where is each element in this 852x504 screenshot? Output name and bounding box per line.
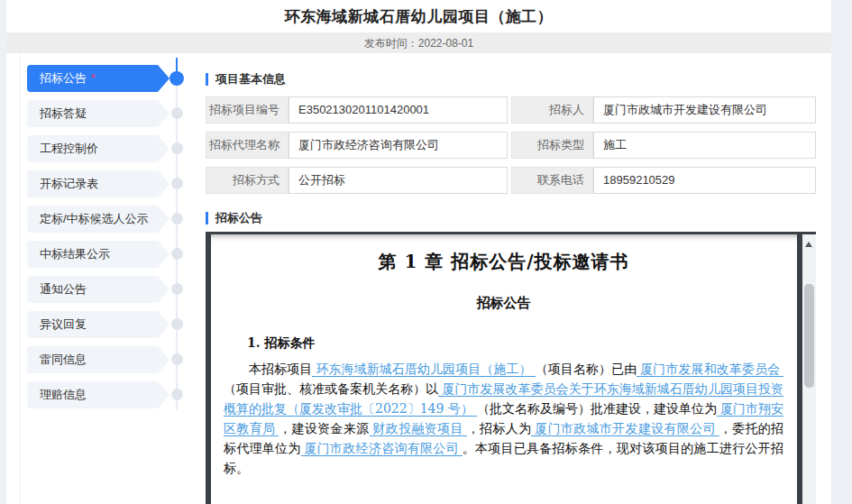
scrollbar-thumb[interactable] — [804, 284, 814, 388]
field-label: 招标类型 — [511, 132, 593, 159]
timeline-dot-icon — [171, 213, 183, 225]
doc-link[interactable]: 财政投融资项目 — [370, 421, 467, 436]
document-viewer: 第 1 章 招标公告/投标邀请书 招标公告 1. 招标条件 本招标项目环东海域新… — [206, 232, 816, 504]
section-title: 招标公告 — [215, 210, 262, 226]
table-row: 招标项目编号E3502130201101420001招标人厦门市政城市开发建设有… — [206, 96, 816, 124]
timeline-dot-icon — [171, 107, 183, 119]
document-page: 第 1 章 招标公告/投标邀请书 招标公告 1. 招标条件 本招标项目环东海域新… — [211, 234, 797, 504]
field-label: 招标人 — [511, 96, 593, 124]
scroll-up-icon[interactable] — [805, 242, 812, 247]
page-background: 环东海域新城石厝幼儿园项目（施工） 发布时间：2022-08-01 招标公告* … — [0, 0, 852, 504]
field-value: 公开招标 — [289, 167, 508, 194]
doc-text: （项目审批、核准或备案机关名称）以 — [224, 381, 438, 396]
basic-info-table: 招标项目编号E3502130201101420001招标人厦门市政城市开发建设有… — [206, 96, 816, 194]
doc-clause-heading: 1. 招标条件 — [247, 335, 783, 352]
sidebar-row: 异议回复 — [27, 311, 191, 338]
sidebar-item-label: 开标记录表 — [40, 177, 98, 190]
sidebar-row: 定标/中标候选人公示 — [27, 206, 191, 233]
sidebar-item[interactable]: 异议回复 — [27, 311, 169, 338]
document-scrollbar[interactable] — [802, 234, 816, 504]
sidebar-row: 通知公告 — [27, 276, 191, 303]
doc-chapter-title: 第 1 章 招标公告/投标邀请书 — [224, 250, 783, 274]
doc-link[interactable]: 厦门市政城市开发建设有限公司 — [531, 421, 719, 436]
timeline-dot-icon — [171, 142, 183, 154]
field-value: 施工 — [593, 132, 816, 159]
page-title: 环东海域新城石厝幼儿园项目（施工） — [285, 6, 554, 27]
timeline-dot-icon — [169, 71, 184, 86]
sidebar-item-label: 雷同信息 — [40, 353, 87, 366]
sidebar-row: 雷同信息 — [27, 346, 191, 373]
sidebar-item[interactable]: 定标/中标候选人公示 — [27, 206, 169, 233]
timeline-dot-icon — [171, 248, 183, 260]
sidebar-item-label: 招标公告 — [40, 71, 87, 85]
section-accent-bar — [206, 212, 208, 225]
sidebar-item[interactable]: 雷同信息 — [27, 346, 169, 373]
sidebar-row: 招标答疑 — [27, 100, 191, 127]
sidebar-item-label: 招标答疑 — [40, 106, 87, 120]
sidebar-item-label: 异议回复 — [40, 317, 87, 331]
announcement-paragraph: 本招标项目环东海域新城石厝幼儿园项目（施工）（项目名称）已由厦门市发展和改革委员… — [224, 359, 783, 478]
doc-link[interactable]: 环东海域新城石厝幼儿园项目（施工） — [312, 362, 535, 377]
sidebar-row: 中标结果公示 — [27, 241, 191, 268]
sidebar-item[interactable]: 工程控制价 — [27, 135, 169, 162]
sidebar-item[interactable]: 中标结果公示 — [27, 241, 169, 268]
title-bar: 环东海域新城石厝幼儿园项目（施工） — [6, 0, 831, 33]
doc-link[interactable]: 厦门市发展和改革委员会 — [637, 362, 783, 377]
sidebar-row: 理赔信息 — [27, 381, 191, 408]
sidebar-item[interactable]: 招标答疑 — [27, 100, 169, 127]
left-divider — [20, 53, 21, 504]
doc-subtitle: 招标公告 — [224, 295, 783, 312]
sidebar-item-label: 中标结果公示 — [40, 247, 110, 261]
doc-text: ，招标人为 — [467, 421, 532, 435]
section-accent-bar — [206, 73, 208, 86]
sidebar-item[interactable]: 开标记录表 — [27, 170, 169, 197]
doc-link[interactable]: 厦门市政经济咨询有限公司 — [301, 441, 463, 456]
field-label: 招标代理名称 — [206, 132, 289, 159]
required-asterisk-icon: * — [91, 71, 96, 85]
sidebar-item-label: 理赔信息 — [40, 388, 87, 401]
doc-text: 本招标项目 — [249, 362, 312, 376]
table-row: 招标代理名称厦门市政经济咨询有限公司招标类型施工 — [206, 132, 816, 159]
basic-info-section-header: 项目基本信息 — [206, 71, 286, 87]
sidebar-item-label: 定标/中标候选人公示 — [40, 212, 149, 225]
publish-time-bar: 发布时间：2022-08-01 — [6, 33, 831, 53]
sidebar-row: 工程控制价 — [27, 135, 191, 162]
doc-text: ，建设资金来源 — [279, 421, 369, 435]
sidebar-item[interactable]: 招标公告* — [27, 65, 169, 92]
doc-text: （批文名称及编号）批准建设，建设单位为 — [477, 401, 717, 416]
announcement-section-header: 招标公告 — [206, 210, 262, 226]
field-value: 厦门市政经济咨询有限公司 — [289, 132, 508, 159]
section-title: 项目基本信息 — [215, 71, 286, 87]
field-label: 联系电话 — [511, 167, 593, 194]
timeline-dot-icon — [171, 389, 183, 400]
field-label: 招标项目编号 — [206, 96, 289, 124]
sidebar-nav: 招标公告* 招标答疑 工程控制价 开标记录表 定标/中标候选人公示 中标结果公示… — [27, 65, 191, 408]
sidebar-row: 开标记录表 — [27, 170, 191, 197]
field-value: 18959210529 — [593, 167, 816, 194]
doc-text: （项目名称）已由 — [536, 362, 637, 376]
sidebar-item-label: 通知公告 — [40, 282, 87, 296]
field-label: 招标方式 — [206, 167, 289, 194]
timeline-dot-icon — [171, 318, 183, 330]
sidebar-row: 招标公告* — [27, 65, 191, 92]
publish-time-text: 发布时间：2022-08-01 — [364, 36, 473, 51]
table-row: 招标方式公开招标联系电话18959210529 — [206, 167, 816, 194]
timeline-dot-icon — [171, 353, 183, 365]
timeline-dot-icon — [171, 178, 183, 189]
timeline-dot-icon — [171, 283, 183, 295]
field-value: 厦门市政城市开发建设有限公司 — [593, 96, 816, 124]
sidebar-item[interactable]: 理赔信息 — [27, 381, 169, 408]
sidebar-item[interactable]: 通知公告 — [27, 276, 169, 303]
sidebar-item-label: 工程控制价 — [40, 142, 98, 155]
field-value: E3502130201101420001 — [289, 96, 508, 124]
content-card: 环东海域新城石厝幼儿园项目（施工） 发布时间：2022-08-01 招标公告* … — [6, 0, 831, 504]
